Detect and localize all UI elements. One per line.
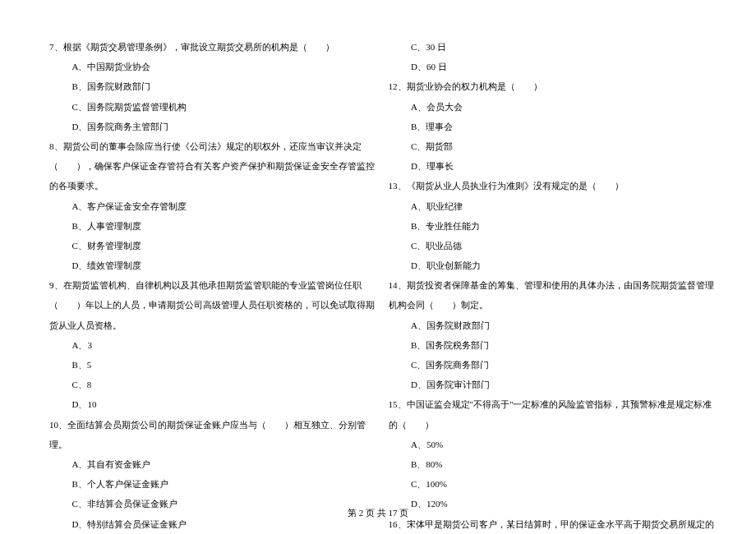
- q12-opt-a: A、会员大会: [389, 97, 720, 117]
- q9-opt-b: B、5: [49, 355, 380, 375]
- q12-opt-d: D、理事长: [389, 156, 720, 176]
- q8-opt-c: C、财务管理制度: [49, 236, 380, 255]
- q13-opt-b: B、专业胜任能力: [389, 216, 720, 236]
- q13-text: 13、《期货从业人员执业行为准则》没有规定的是（ ）: [389, 176, 720, 196]
- q15-opt-b: B、80%: [389, 454, 720, 474]
- q14-opt-c: C、国务院商务部门: [389, 355, 720, 375]
- q12-opt-b: B、理事会: [389, 117, 720, 136]
- left-column: 7、根据《期货交易管理条例》，审批设立期货交易所的机构是（ ） A、中国期货业协…: [49, 37, 380, 534]
- q14-text: 14、期货投资者保障基金的筹集、管理和使用的具体办法，由国务院期货监督管理机构会…: [389, 275, 720, 315]
- q8-opt-d: D、绩效管理制度: [49, 255, 380, 275]
- q7-opt-b: B、国务院财政部门: [49, 76, 380, 96]
- q11-opt-c: C、30 日: [389, 37, 720, 57]
- q8-opt-a: A、客户保证金安全存管制度: [49, 196, 380, 216]
- q15-opt-a: A、50%: [389, 435, 720, 454]
- page-footer: 第 2 页 共 17 页: [0, 507, 756, 519]
- q8-text: 8、期货公司的董事会除应当行使《公司法》规定的职权外，还应当审议并决定（ ），确…: [49, 136, 380, 196]
- q14-opt-a: A、国务院财政部门: [389, 315, 720, 335]
- q10-opt-b: B、个人客户保证金账户: [49, 474, 380, 494]
- q13-opt-d: D、职业创新能力: [389, 255, 720, 275]
- q12-opt-c: C、期货部: [389, 136, 720, 156]
- q15-opt-c: C、100%: [389, 474, 720, 494]
- q9-text: 9、在期货监管机构、自律机构以及其他承担期货监管职能的专业监管岗位任职（ ）年以…: [49, 275, 380, 335]
- q7-opt-d: D、国务院商务主管部门: [49, 117, 380, 136]
- q10-text: 10、全面结算会员期货公司的期货保证金账户应当与（ ）相互独立、分别管理。: [49, 415, 380, 454]
- q14-opt-b: B、国务院税务部门: [389, 335, 720, 355]
- q8-opt-b: B、人事管理制度: [49, 216, 380, 236]
- page-container: 7、根据《期货交易管理条例》，审批设立期货交易所的机构是（ ） A、中国期货业协…: [0, 0, 756, 534]
- right-column: C、30 日 D、60 日 12、期货业协会的权力机构是（ ） A、会员大会 B…: [389, 37, 720, 534]
- q10-opt-a: A、其自有资金账户: [49, 454, 380, 474]
- q7-opt-a: A、中国期货业协会: [49, 57, 380, 76]
- q12-text: 12、期货业协会的权力机构是（ ）: [389, 76, 720, 96]
- q11-opt-d: D、60 日: [389, 57, 720, 76]
- q13-opt-a: A、职业纪律: [389, 196, 720, 216]
- q7-text: 7、根据《期货交易管理条例》，审批设立期货交易所的机构是（ ）: [49, 37, 380, 57]
- q14-opt-d: D、国务院审计部门: [389, 375, 720, 394]
- q9-opt-a: A、3: [49, 335, 380, 355]
- q9-opt-c: C、8: [49, 375, 380, 394]
- q7-opt-c: C、国务院期货监督管理机构: [49, 97, 380, 117]
- q13-opt-c: C、职业品德: [389, 236, 720, 255]
- q9-opt-d: D、10: [49, 394, 380, 414]
- q15-text: 15、中国证监会规定"不得高于"一定标准的风险监管指标，其预警标准是规定标准的（…: [389, 394, 720, 434]
